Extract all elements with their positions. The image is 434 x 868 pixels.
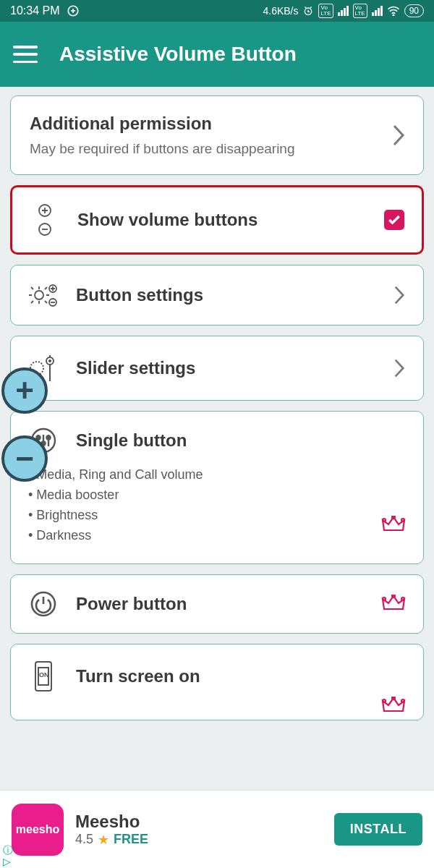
floating-volume-up[interactable]: + (1, 367, 48, 414)
bullet-item: Darkness (28, 526, 407, 546)
signal-icon-1 (338, 6, 349, 16)
svg-point-5 (35, 291, 43, 299)
star-icon: ★ (98, 832, 109, 848)
card-title: Show volume buttons (77, 210, 258, 230)
chevron-right-icon (393, 357, 406, 379)
power-icon (27, 590, 60, 618)
chevron-right-icon (393, 284, 406, 306)
info-icon[interactable]: ⓘ (3, 845, 13, 855)
volte-icon-1: VoLTE (318, 4, 333, 18)
floating-volume-down[interactable]: − (1, 435, 48, 482)
svg-text:ON: ON (39, 671, 49, 678)
card-title: Power button (76, 594, 187, 614)
svg-point-2 (393, 14, 394, 16)
card-slider-settings[interactable]: Slider settings (10, 336, 424, 401)
card-show-volume-buttons[interactable]: Show volume buttons (10, 185, 424, 255)
bullet-item: Media booster (28, 485, 407, 506)
crown-icon (381, 697, 406, 715)
ad-free-label: FREE (114, 832, 148, 847)
gear-plus-minus-icon (27, 280, 60, 310)
chevron-right-icon (391, 123, 406, 148)
svg-point-23 (383, 699, 386, 702)
card-title: Turn screen on (76, 666, 200, 686)
bullet-item: Media, Ring and Call volume (28, 465, 407, 485)
checkbox-checked[interactable] (384, 210, 404, 230)
ad-app-icon: meesho (12, 804, 64, 856)
card-power-button[interactable]: Power button (10, 574, 424, 634)
menu-icon[interactable] (13, 46, 38, 63)
content-area: Additional permission May be required if… (0, 87, 434, 720)
ad-subline: 4.5 ★ FREE (75, 832, 323, 848)
card-subtitle: May be required if buttons are disappear… (30, 141, 404, 157)
card-turn-screen-on[interactable]: ON Turn screen on (10, 644, 424, 720)
crown-icon (381, 516, 406, 535)
app-title: Assistive Volume Button (59, 43, 297, 66)
battery-indicator: 90 (404, 4, 424, 17)
install-button[interactable]: INSTALL (334, 813, 422, 846)
svg-point-25 (401, 699, 404, 702)
svg-point-16 (401, 519, 404, 522)
wifi-icon (387, 6, 400, 16)
card-title: Slider settings (76, 358, 195, 378)
ad-title: Meesho (75, 812, 323, 832)
alarm-icon (302, 5, 314, 17)
app-bar: Assistive Volume Button (0, 22, 434, 87)
ad-rating: 4.5 (75, 832, 93, 847)
clock: 10:34 PM (10, 4, 59, 17)
card-single-button[interactable]: Single button Media, Ring and Call volum… (10, 411, 424, 564)
phone-on-icon: ON (27, 659, 60, 694)
signal-icon-2 (372, 6, 383, 16)
svg-point-14 (383, 519, 386, 522)
svg-point-20 (401, 597, 404, 600)
card-button-settings[interactable]: Button settings (10, 265, 424, 326)
bullet-item: Brightness (28, 506, 407, 526)
ad-info-icons[interactable]: ⓘ ▷ (3, 845, 13, 867)
svg-point-13 (47, 436, 51, 440)
crown-icon (381, 595, 406, 613)
plus-minus-icon (28, 202, 61, 238)
card-title: Single button (76, 430, 187, 451)
ad-banner[interactable]: ⓘ ▷ meesho Meesho 4.5 ★ FREE INSTALL (0, 790, 434, 868)
volte-icon-2: VoLTE (353, 4, 367, 18)
card-additional-permission[interactable]: Additional permission May be required if… (10, 95, 424, 175)
close-ad-icon[interactable]: ▷ (3, 856, 13, 867)
card-title: Additional permission (30, 114, 404, 134)
svg-point-18 (383, 597, 386, 600)
bullet-list: Media, Ring and Call volume Media booste… (28, 465, 407, 546)
status-bar: 10:34 PM 4.6KB/s VoLTE VoLTE 90 (0, 0, 434, 22)
net-speed: 4.6KB/s (263, 5, 298, 17)
plus-circle-icon (67, 4, 80, 17)
card-title: Button settings (76, 285, 203, 305)
